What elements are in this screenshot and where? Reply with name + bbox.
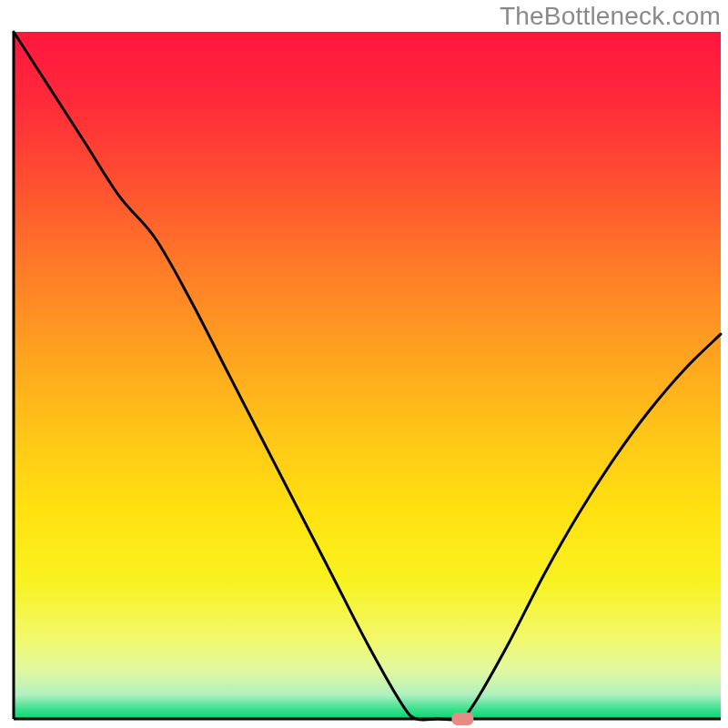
bottleneck-chart: TheBottleneck.com [0, 0, 728, 728]
chart-svg [0, 0, 728, 728]
plot-background [14, 32, 721, 719]
optimal-point-marker [451, 713, 473, 725]
